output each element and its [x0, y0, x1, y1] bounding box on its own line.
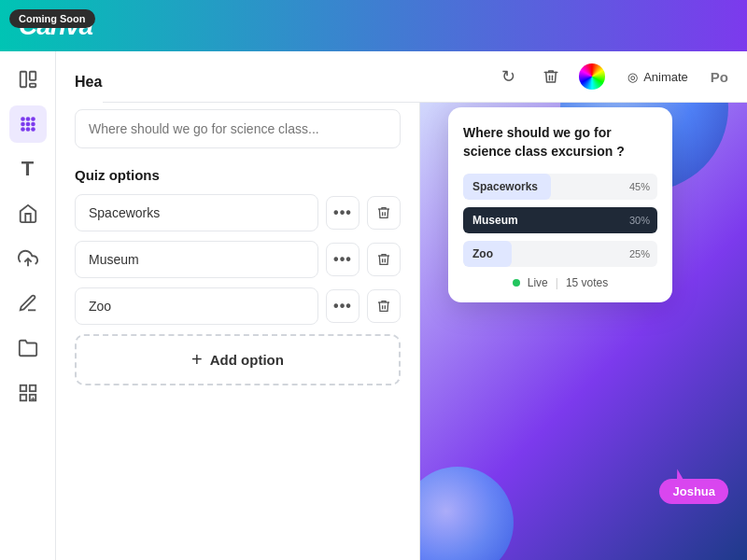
svg-point-4: [25, 117, 30, 121]
sidebar-item-text[interactable]: T: [9, 150, 47, 188]
poll-votes-label: 15 votes: [566, 276, 608, 289]
svg-point-10: [25, 127, 30, 132]
poll-live-label: Live: [528, 276, 548, 289]
poll-pct-museum: 30%: [629, 215, 650, 226]
option-delete-2[interactable]: [367, 243, 401, 276]
poll-question: Where should we go for science class exc…: [463, 124, 657, 161]
option-row-1: •••: [75, 194, 401, 231]
poll-option-zoo: Zoo 25%: [463, 241, 657, 267]
poll-bar-zoo: Zoo 25%: [463, 241, 657, 267]
poll-card: Where should we go for science class exc…: [448, 107, 672, 302]
poll-label-museum: Museum: [463, 214, 528, 227]
left-sidebar: T +: [0, 51, 56, 560]
svg-point-5: [31, 117, 35, 121]
svg-rect-2: [29, 84, 35, 88]
add-option-button[interactable]: + Add option: [75, 334, 401, 385]
poll-label-spaceworks: Spaceworks: [463, 180, 547, 193]
svg-point-3: [21, 117, 25, 121]
panel: Header ✓ Quiz options ••• ••• •••: [56, 51, 420, 560]
option-dots-3[interactable]: •••: [326, 289, 359, 323]
svg-rect-0: [20, 72, 25, 88]
poll-pct-spaceworks: 45%: [629, 181, 650, 192]
option-row-2: •••: [75, 241, 401, 278]
svg-point-11: [31, 127, 35, 132]
sidebar-item-upload[interactable]: [9, 240, 47, 277]
canvas-area: Where should we go for science class exc…: [420, 51, 747, 560]
animate-button[interactable]: ◎ Animate: [618, 64, 698, 90]
sidebar-item-apps[interactable]: [9, 105, 47, 143]
option-delete-1[interactable]: [367, 196, 401, 230]
svg-rect-14: [29, 385, 35, 391]
option-delete-3[interactable]: [367, 289, 401, 323]
poll-footer: Live | 15 votes: [463, 276, 657, 289]
color-picker-icon[interactable]: [579, 63, 605, 90]
poll-bar-spaceworks: Spaceworks 45%: [463, 174, 657, 200]
animate-label: Animate: [643, 70, 688, 84]
poll-label-zoo: Zoo: [463, 247, 502, 260]
svg-rect-1: [29, 72, 35, 80]
option-input-3[interactable]: [75, 287, 318, 325]
poll-bar-museum: Museum 30%: [463, 207, 657, 233]
joshua-badge: Joshua: [659, 479, 728, 504]
live-dot-icon: [513, 279, 520, 287]
planet-decoration-2: [420, 467, 514, 560]
coming-soon-badge: Coming Soon: [9, 9, 95, 28]
svg-rect-15: [20, 395, 25, 400]
svg-point-8: [31, 122, 35, 127]
option-dots-1[interactable]: •••: [326, 196, 359, 230]
toolbar: ↻ ◎ Animate Po: [103, 51, 747, 103]
add-option-label: Add option: [210, 352, 284, 368]
option-row-3: •••: [75, 287, 401, 325]
poll-option-spaceworks: Spaceworks 45%: [463, 174, 657, 200]
quiz-options-label: Quiz options: [75, 167, 401, 183]
animate-icon: ◎: [627, 70, 638, 84]
svg-point-6: [21, 122, 25, 127]
top-bar: Canva: [0, 0, 747, 51]
option-dots-2[interactable]: •••: [326, 243, 359, 276]
option-input-1[interactable]: [75, 194, 318, 231]
sidebar-item-panels[interactable]: [9, 61, 47, 98]
refresh-icon[interactable]: ↻: [493, 62, 523, 91]
svg-rect-13: [20, 385, 25, 391]
more-options[interactable]: Po: [711, 69, 728, 85]
delete-icon[interactable]: [536, 62, 566, 91]
option-input-2[interactable]: [75, 241, 318, 278]
poll-pct-zoo: 25%: [629, 248, 650, 259]
sidebar-item-brand[interactable]: [9, 195, 47, 232]
poll-option-museum: Museum 30%: [463, 207, 657, 233]
svg-point-7: [25, 122, 30, 127]
add-icon: +: [191, 349, 203, 371]
sidebar-item-folder[interactable]: [9, 329, 47, 367]
sidebar-item-draw[interactable]: [9, 285, 47, 322]
svg-point-9: [21, 127, 25, 132]
header-input[interactable]: [75, 109, 401, 148]
sidebar-item-grid[interactable]: +: [9, 374, 47, 412]
